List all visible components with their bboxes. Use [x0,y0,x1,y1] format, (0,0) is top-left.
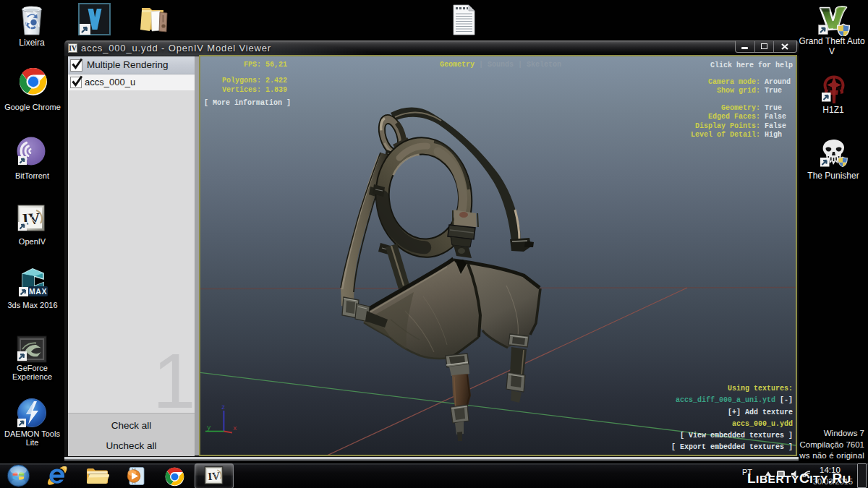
svg-text:IV: IV [69,45,77,52]
svg-text:z: z [221,404,225,411]
svg-text:MAX: MAX [29,287,47,296]
svg-text:x: x [233,425,237,432]
svg-text:y: y [207,424,211,432]
svg-text:IV: IV [208,470,221,482]
